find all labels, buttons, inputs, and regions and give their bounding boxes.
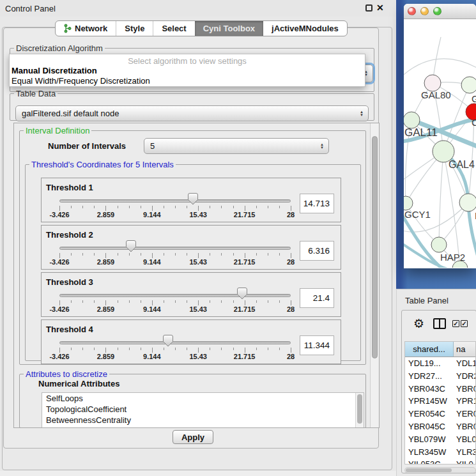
threshold-label: Threshold 3 <box>46 277 93 287</box>
table-row[interactable]: YBL079WYBL0 <box>405 433 475 446</box>
cell-shared-name: YIL053C <box>405 458 454 464</box>
attribute-list-item[interactable]: SelfLoops <box>42 393 364 404</box>
checkbox-icon[interactable]: ✓ <box>461 320 468 327</box>
window-close-icon[interactable] <box>408 7 416 15</box>
table-row[interactable]: YBR043CYBR0 <box>405 383 475 395</box>
tick-label: 9.144 <box>135 353 169 360</box>
column-header-shared-name[interactable]: shared... <box>405 342 454 357</box>
num-intervals-combo[interactable]: 5 ▲▼ <box>144 138 329 154</box>
node-table[interactable]: shared... na YDL19...YDL1YDR27...YDR2YBR… <box>404 341 476 464</box>
attribute-list-item[interactable]: BetweennessCentrality <box>42 415 364 426</box>
network-canvas[interactable]: GAL80 GA C GAL11 GAL4 GCY1 H HAP2 <box>404 19 476 268</box>
table-row[interactable]: YDR27...YDR2 <box>405 370 475 383</box>
threshold-value-field[interactable] <box>300 194 334 213</box>
tab-network[interactable]: Network <box>56 21 116 36</box>
tick-label: 2.859 <box>89 211 122 219</box>
node-label-gcy1: GCY1 <box>404 209 431 220</box>
tab-cyni-toolbox[interactable]: Cyni Toolbox <box>195 21 263 36</box>
cell-name: YBL0 <box>454 433 475 446</box>
window-zoom-icon[interactable] <box>433 7 441 15</box>
close-icon[interactable]: ✕ <box>376 3 384 13</box>
gear-icon[interactable]: ⚙ <box>413 316 424 331</box>
slider-tick <box>71 348 72 350</box>
slider-thumb[interactable] <box>237 288 247 300</box>
table-row[interactable]: YBR045CYBR0 <box>405 420 475 433</box>
cell-name: YDR2 <box>454 370 475 383</box>
settings-vertical-scrollbar[interactable] <box>370 123 379 427</box>
cell-shared-name: YPR145W <box>405 395 454 408</box>
slider-tick <box>221 300 222 303</box>
table-header: shared... na <box>405 342 475 357</box>
attributes-scrollbar-thumb[interactable] <box>357 394 362 424</box>
slider-thumb[interactable] <box>188 193 198 205</box>
slider-thumb[interactable] <box>126 240 136 252</box>
attributes-scrollbar[interactable] <box>355 393 364 427</box>
tick-label: 15.43 <box>181 305 215 313</box>
tick-label: -3.426 <box>43 211 76 219</box>
algorithm-option-equal-width[interactable]: Equal Width/Frequency Discretization <box>10 76 365 86</box>
slider-tick <box>164 253 164 256</box>
slider-track[interactable] <box>59 247 291 250</box>
slider-tick <box>152 206 153 211</box>
slider-tick <box>291 253 291 258</box>
slider-tick <box>129 300 130 303</box>
table-row[interactable]: YER054CYER0 <box>405 408 475 420</box>
window-minimize-icon[interactable] <box>420 7 429 15</box>
table-horizontal-scrollbar[interactable] <box>404 467 476 473</box>
tab-jactivemnodules[interactable]: jActiveMNodules <box>263 21 347 36</box>
table-row[interactable]: YPR145WYPR1 <box>405 395 475 408</box>
thresholds-group: Threshold's Coordinates for 5 Intervals … <box>25 160 361 361</box>
cell-shared-name: YDR27... <box>405 370 454 383</box>
slider-tick <box>210 300 210 303</box>
tick-label: 2.859 <box>89 353 122 360</box>
slider-tick <box>256 206 257 208</box>
tick-label: 21.715 <box>228 211 261 219</box>
table-row[interactable]: YIL053CYIL0 <box>405 458 475 464</box>
cell-shared-name: YLR345W <box>405 446 454 459</box>
checkbox-icon[interactable]: ✓ <box>452 320 459 327</box>
network-window[interactable]: GAL80 GA C GAL11 GAL4 GCY1 H HAP2 <box>404 4 476 268</box>
tab-select[interactable]: Select <box>153 21 194 36</box>
slider-track[interactable] <box>59 341 291 344</box>
slider-tick <box>118 300 118 303</box>
num-intervals-label: Number of Intervals <box>48 141 126 151</box>
apply-button[interactable]: Apply <box>173 430 213 444</box>
slider-tick <box>94 206 95 208</box>
cell-name: YBR0 <box>454 383 475 395</box>
slider-track[interactable] <box>59 199 291 203</box>
table-scrollbar-thumb[interactable] <box>406 468 452 472</box>
interval-definition-title: Interval Definition <box>24 126 91 135</box>
tick-label: 15.43 <box>181 211 215 219</box>
slider-track[interactable] <box>59 294 291 297</box>
float-window-icon[interactable] <box>365 4 372 12</box>
slider-tick <box>210 206 210 208</box>
tick-label: 9.144 <box>135 305 169 313</box>
slider-tick <box>105 348 106 353</box>
settings-scrollbar-thumb[interactable] <box>372 136 378 358</box>
slider-tick <box>59 300 60 305</box>
combo-arrows-icon: ▲▼ <box>320 143 324 150</box>
threshold-value-field[interactable] <box>300 241 334 261</box>
numerical-attributes-list[interactable]: SelfLoopsTopologicalCoefficientBetweenne… <box>42 392 364 428</box>
slider-tick <box>221 206 222 208</box>
threshold-value-field[interactable] <box>300 288 334 308</box>
threshold-value-field[interactable] <box>300 335 334 355</box>
network-window-titlebar[interactable] <box>404 4 476 19</box>
slider-tick <box>245 348 245 353</box>
slider-tick <box>152 348 153 353</box>
table-data-combo[interactable]: galFiltered.sif default node ▲▼ <box>15 105 369 121</box>
algorithm-option-manual[interactable]: Manual Discretization <box>10 66 365 76</box>
slider-thumb[interactable] <box>163 335 173 347</box>
slider-tick <box>198 300 199 305</box>
table-row[interactable]: YDL19...YDL1 <box>405 357 475 370</box>
table-row[interactable]: YLR345WYLR3 <box>405 446 475 459</box>
column-header-name[interactable]: na <box>454 342 475 357</box>
attribute-list-item[interactable]: TopologicalCoefficient <box>42 404 364 415</box>
node-label-gal80: GAL80 <box>421 89 451 100</box>
slider-tick <box>233 253 234 256</box>
numerical-attributes-label: Numerical Attributes <box>38 379 119 388</box>
tick-label: 15.43 <box>181 353 215 360</box>
columns-icon[interactable] <box>433 318 446 329</box>
tab-style[interactable]: Style <box>116 21 153 36</box>
cell-name: YPR1 <box>454 395 475 408</box>
